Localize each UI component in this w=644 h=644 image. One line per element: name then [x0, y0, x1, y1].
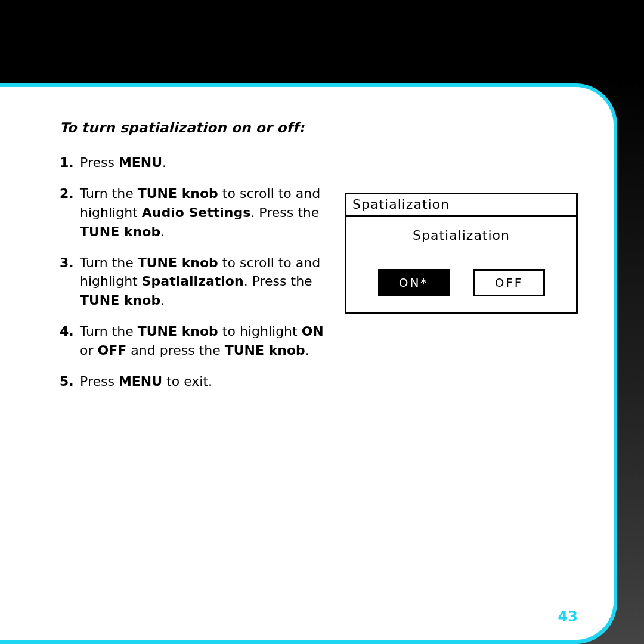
bold-tune-knob: TUNE knob	[80, 224, 160, 239]
step-text: to exit.	[162, 374, 212, 389]
step-text: Turn the	[80, 255, 138, 270]
bold-audio-settings: Audio Settings	[142, 205, 251, 220]
device-screen-illustration: Spatialization Spatialization ON* OFF	[345, 193, 578, 314]
bold-tune-knob: TUNE knob	[80, 293, 160, 308]
device-title-bar: Spatialization	[346, 194, 576, 217]
option-off: OFF	[473, 269, 545, 296]
device-body: Spatialization ON* OFF	[346, 217, 576, 312]
step-text: .	[305, 343, 309, 358]
content-row: Press MENU. Turn the TUNE knob to scroll…	[60, 153, 578, 403]
manual-page: To turn spatialization on or off: Press …	[0, 87, 614, 640]
step-text: . Press the	[244, 274, 312, 289]
page-number: 43	[558, 608, 578, 625]
option-on: ON*	[378, 269, 450, 296]
step-text: Turn the	[80, 186, 138, 201]
step-text: and press the	[126, 343, 224, 358]
step-text: .	[162, 155, 166, 170]
bold-menu: MENU	[119, 374, 162, 389]
bold-spatialization: Spatialization	[142, 274, 244, 289]
step-text: Turn the	[80, 324, 138, 339]
bold-off: OFF	[98, 343, 127, 358]
step-1: Press MENU.	[60, 153, 328, 172]
device-setting-label: Spatialization	[362, 228, 561, 243]
step-5: Press MENU to exit.	[60, 372, 328, 391]
step-3: Turn the TUNE knob to scroll to and high…	[60, 253, 328, 311]
instruction-steps: Press MENU. Turn the TUNE knob to scroll…	[60, 153, 328, 403]
step-text: .	[160, 224, 165, 239]
step-text: to highlight	[218, 324, 302, 339]
step-text: .	[160, 293, 165, 308]
step-text: Press	[80, 155, 119, 170]
bold-tune-knob: TUNE knob	[138, 186, 218, 201]
step-2: Turn the TUNE knob to scroll to and high…	[60, 184, 328, 242]
step-text: . Press the	[250, 205, 319, 220]
bold-menu: MENU	[119, 155, 162, 170]
bold-on: ON	[302, 324, 324, 339]
bold-tune-knob: TUNE knob	[138, 255, 218, 270]
device-option-row: ON* OFF	[362, 269, 561, 296]
step-4: Turn the TUNE knob to highlight ON or OF…	[60, 322, 328, 360]
bold-tune-knob: TUNE knob	[225, 343, 305, 358]
step-text: or	[80, 343, 98, 358]
step-text: Press	[80, 374, 119, 389]
section-heading: To turn spatialization on or off:	[60, 120, 578, 135]
bold-tune-knob: TUNE knob	[138, 324, 218, 339]
